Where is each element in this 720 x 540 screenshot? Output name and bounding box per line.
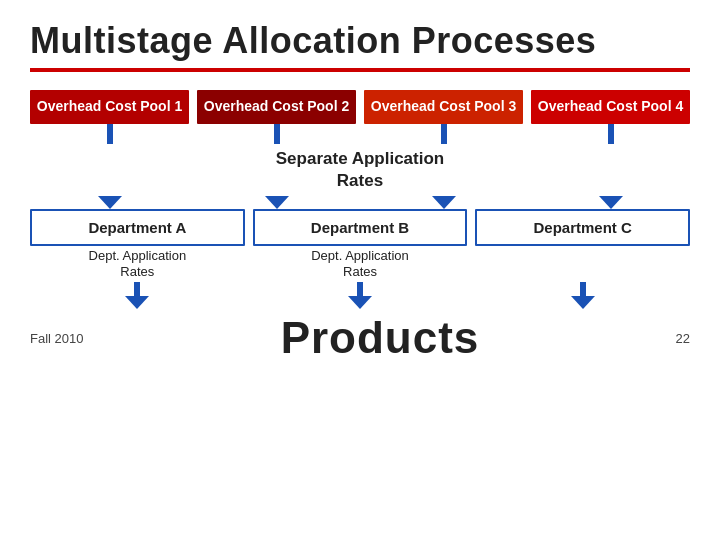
- separate-rates-label: Separate ApplicationRates: [276, 148, 444, 192]
- dept-rates-area: Dept. ApplicationRates Dept. Application…: [30, 248, 690, 310]
- head3: [432, 196, 456, 209]
- overhead-pools-row: Overhead Cost Pool 1 Overhead Cost Pool …: [30, 90, 690, 124]
- dept-c-rate-cell: Dept. ApplicationRates: [475, 248, 690, 310]
- arrow-pool1: [30, 124, 189, 144]
- head4: [599, 196, 623, 209]
- dept-b-stem: [357, 282, 363, 296]
- stem4: [608, 124, 614, 144]
- dept-b-rate-label: Dept. ApplicationRates: [311, 248, 409, 281]
- pool-box-1: Overhead Cost Pool 1: [30, 90, 189, 124]
- dept-b-box: Department B: [253, 209, 468, 246]
- dept-a-stem: [134, 282, 140, 296]
- products-label: Products: [100, 313, 660, 363]
- dept-a-box: Department A: [30, 209, 245, 246]
- arrowhead-pool4: [531, 196, 690, 209]
- arrow-pool2: [197, 124, 356, 144]
- pool-box-3: Overhead Cost Pool 3: [364, 90, 523, 124]
- bottom-row: Fall 2010 Products 22: [30, 313, 690, 363]
- arrowhead-pool3: [364, 196, 523, 209]
- departments-row: Department A Department B Department C: [30, 209, 690, 246]
- arrowhead-pool2: [197, 196, 356, 209]
- head2: [265, 196, 289, 209]
- arrow-heads-row: [30, 196, 690, 209]
- dept-a-rate-label: Dept. ApplicationRates: [89, 248, 187, 281]
- arrow-pool4: [531, 124, 690, 144]
- diagram: Overhead Cost Pool 1 Overhead Cost Pool …: [30, 90, 690, 530]
- dept-c-box: Department C: [475, 209, 690, 246]
- stem1: [107, 124, 113, 144]
- arrowhead-pool1: [30, 196, 189, 209]
- title-underline: [30, 68, 690, 72]
- page-number: 22: [660, 331, 690, 346]
- sep-rates-container: Separate ApplicationRates: [30, 144, 690, 196]
- arrow-pool3: [364, 124, 523, 144]
- top-arrows-row: [30, 124, 690, 144]
- head1: [98, 196, 122, 209]
- stem2: [274, 124, 280, 144]
- page: Multistage Allocation Processes Overhead…: [0, 0, 720, 540]
- dept-c-stem: [580, 282, 586, 296]
- sep-rates-section: Separate ApplicationRates: [30, 124, 690, 209]
- dept-b-head: [348, 296, 372, 309]
- dept-c-head: [571, 296, 595, 309]
- page-title: Multistage Allocation Processes: [30, 20, 690, 62]
- dept-a-rate-cell: Dept. ApplicationRates: [30, 248, 245, 310]
- dept-a-head: [125, 296, 149, 309]
- pool-box-4: Overhead Cost Pool 4: [531, 90, 690, 124]
- pool-box-2: Overhead Cost Pool 2: [197, 90, 356, 124]
- stem3: [441, 124, 447, 144]
- dept-b-rate-cell: Dept. ApplicationRates: [253, 248, 468, 310]
- fall-label: Fall 2010: [30, 331, 100, 346]
